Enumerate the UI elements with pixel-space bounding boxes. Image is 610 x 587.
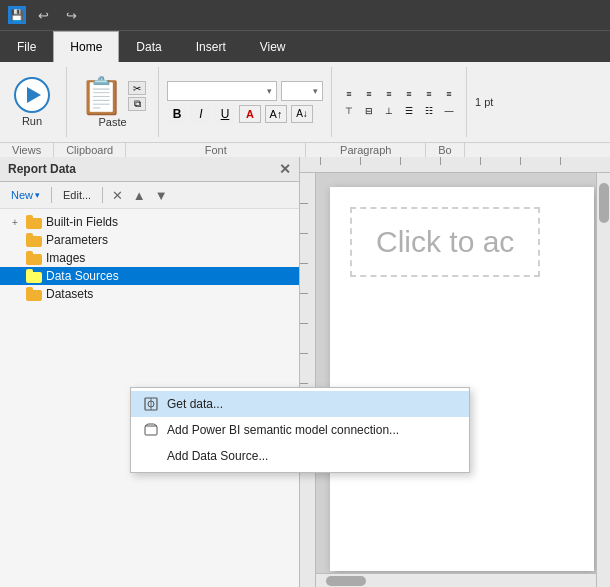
datasets-label: Datasets: [46, 287, 93, 301]
tree-item-built-in-fields[interactable]: + Built-in Fields: [0, 213, 299, 231]
title-bar: 💾 ↩ ↪: [0, 0, 610, 30]
context-menu-get-data[interactable]: Get data...: [131, 391, 469, 417]
scrollbar-hthumb[interactable]: [326, 576, 366, 586]
new-label: New: [11, 189, 33, 201]
redo-button[interactable]: ↪: [60, 4, 82, 26]
edit-button[interactable]: Edit...: [56, 187, 98, 203]
scrollbar-thumb[interactable]: [599, 183, 609, 223]
font-group: ▾ ▾ B I U A A↑ A↓: [167, 81, 323, 124]
run-icon: [14, 77, 50, 113]
delete-button[interactable]: ✕: [107, 185, 127, 205]
valign-bot-button[interactable]: ⊥: [380, 104, 398, 118]
font-section-label: Font: [126, 143, 306, 157]
valign-mid-button[interactable]: ⊟: [360, 104, 378, 118]
num-list-button[interactable]: ☷: [420, 104, 438, 118]
move-down-button[interactable]: ▼: [151, 185, 171, 205]
border-group: 1 pt: [475, 96, 493, 108]
ribbon-container: Run 📋 ✂ ⧉ Paste: [0, 62, 610, 157]
cut-icon[interactable]: ✂: [128, 81, 146, 95]
menu-data[interactable]: Data: [119, 31, 178, 62]
expand-parameters-icon[interactable]: [8, 233, 22, 247]
italic-button[interactable]: I: [191, 104, 211, 124]
panel-toolbar: New ▾ Edit... ✕ ▲ ▼: [0, 182, 299, 209]
font-size-dropdown[interactable]: ▾: [281, 81, 323, 101]
ruler-left-mark-4: [300, 293, 308, 294]
menu-file[interactable]: File: [0, 31, 53, 62]
ribbon-main: Run 📋 ✂ ⧉ Paste: [0, 62, 610, 142]
font-color-button[interactable]: A: [239, 105, 261, 123]
menu-bar: File Home Data Insert View: [0, 30, 610, 62]
folder-icon-data-sources: [26, 270, 42, 283]
tree-item-datasets[interactable]: Datasets: [0, 285, 299, 303]
context-menu-add-power-bi[interactable]: Add Power BI semantic model connection..…: [131, 417, 469, 443]
underline-button[interactable]: U: [215, 104, 235, 124]
tree-item-data-sources[interactable]: Data Sources: [0, 267, 299, 285]
panel-close-button[interactable]: ✕: [279, 161, 291, 177]
folder-icon-datasets: [26, 288, 42, 301]
paste-small-icons: ✂ ⧉: [128, 81, 146, 111]
ruler-mark-3: [400, 157, 403, 165]
power-bi-label: Add Power BI semantic model connection..…: [167, 423, 399, 437]
line-spacing-button[interactable]: ≡: [440, 87, 458, 101]
expand-built-in-icon[interactable]: +: [8, 215, 22, 229]
canvas-placeholder[interactable]: Click to ac: [350, 207, 540, 277]
font-grow-button[interactable]: A↑: [265, 105, 287, 123]
scrollbar-right[interactable]: [596, 173, 610, 587]
ruler-mark-2: [360, 157, 363, 165]
images-label: Images: [46, 251, 85, 265]
font-name-arrow-icon: ▾: [267, 86, 272, 96]
menu-view[interactable]: View: [243, 31, 303, 62]
paste-icon[interactable]: 📋: [79, 78, 124, 114]
clipboard-section-label: Clipboard: [54, 143, 126, 157]
list-button[interactable]: ☰: [400, 104, 418, 118]
folder-icon-parameters: [26, 234, 42, 247]
font-name-dropdown[interactable]: ▾: [167, 81, 277, 101]
paste-group: 📋 ✂ ⧉ Paste: [75, 76, 150, 128]
run-triangle-icon: [27, 87, 41, 103]
canvas-content-area: Click to ac: [330, 187, 594, 297]
edit-label: Edit...: [63, 189, 91, 201]
move-up-button[interactable]: ▲: [129, 185, 149, 205]
font-shrink-button[interactable]: A↓: [291, 105, 313, 123]
views-section-label: Views: [0, 143, 54, 157]
paragraph-group: ≡ ≡ ≡ ≡ ≡ ≡ ⊤ ⊟ ⊥ ☰ ☷ —: [340, 87, 458, 118]
ruler-mark-5: [480, 157, 483, 165]
border-section-label: Bo: [426, 143, 464, 157]
valign-top-button[interactable]: ⊤: [340, 104, 358, 118]
scrollbar-bottom[interactable]: [316, 573, 596, 587]
expand-images-icon[interactable]: [8, 251, 22, 265]
panel-header: Report Data ✕: [0, 157, 299, 182]
ruler-left-mark-6: [300, 353, 308, 354]
undo-button[interactable]: ↩: [32, 4, 54, 26]
menu-insert[interactable]: Insert: [179, 31, 243, 62]
para-row-2: ⊤ ⊟ ⊥ ☰ ☷ —: [340, 104, 458, 118]
ruler-left-mark-3: [300, 263, 308, 264]
tree-item-images[interactable]: Images: [0, 249, 299, 267]
report-canvas[interactable]: Click to ac: [330, 187, 594, 571]
indent-less-button[interactable]: ≡: [420, 87, 438, 101]
run-button[interactable]: Run: [6, 73, 58, 131]
copy-icon[interactable]: ⧉: [128, 97, 146, 111]
expand-datasets-icon[interactable]: [8, 287, 22, 301]
paste-area: 📋 ✂ ⧉: [75, 76, 150, 116]
new-arrow-icon: ▾: [35, 190, 40, 200]
power-bi-icon: [143, 422, 159, 438]
align-center-button[interactable]: ≡: [360, 87, 378, 101]
panel-title: Report Data: [8, 162, 76, 176]
toolbar-separator-2: [102, 187, 103, 203]
folder-icon-built-in: [26, 216, 42, 229]
menu-home[interactable]: Home: [53, 31, 119, 62]
tree-item-parameters[interactable]: Parameters: [0, 231, 299, 249]
indent-more-button[interactable]: ≡: [400, 87, 418, 101]
para-extra-button[interactable]: —: [440, 104, 458, 118]
new-button[interactable]: New ▾: [4, 187, 47, 203]
save-icon[interactable]: 💾: [8, 6, 26, 24]
align-right-button[interactable]: ≡: [380, 87, 398, 101]
data-sources-label: Data Sources: [46, 269, 119, 283]
context-menu-add-data-source[interactable]: Add Data Source...: [131, 443, 469, 469]
run-group: Run: [6, 73, 58, 131]
bold-button[interactable]: B: [167, 104, 187, 124]
font-row-2: B I U A A↑ A↓: [167, 104, 323, 124]
expand-data-sources-icon[interactable]: [8, 269, 22, 283]
align-left-button[interactable]: ≡: [340, 87, 358, 101]
